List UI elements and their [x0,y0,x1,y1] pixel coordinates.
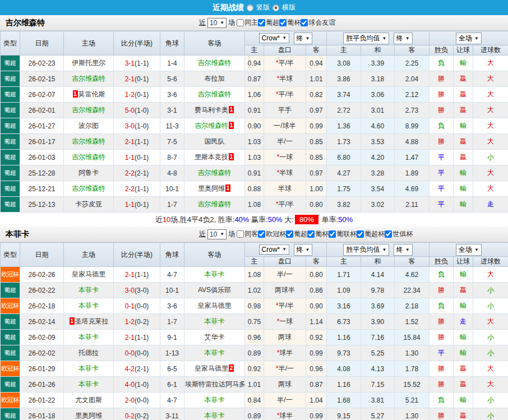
filter-checkbox-同主[interactable] [237,19,244,26]
match-type-cell: 葡超 [1,118,20,134]
layout-horizontal-radio[interactable] [273,4,279,11]
away-team-name[interactable]: 埃斯特雷拉达阿马多拉 [185,380,245,388]
home-team-name[interactable]: 阿鲁卡 [78,169,99,177]
away-team-name[interactable]: 布拉加 [205,75,225,82]
corners-cell: 1-7 [160,197,184,213]
away-team-name[interactable]: 本菲卡 [205,349,225,357]
home-team-name[interactable]: 伊斯托里尔 [72,59,105,67]
home-team-name[interactable]: 吉尔维森特 [72,137,105,145]
mean-away: 2.04 [395,71,430,87]
halftime-score: (0-1) [135,91,149,99]
home-team-name[interactable]: 吉尔维森特 [72,153,105,161]
score-cell: 2-1(0-1) [114,71,160,87]
away-team-cell: 吉尔维森特 [184,56,245,71]
result-handicap: 輸 [454,345,473,361]
mean-select[interactable]: 胜平负均值▼ [343,244,389,256]
home-team-name[interactable]: 皇家马德里 [72,270,105,278]
home-team-name[interactable]: 托德拉 [78,349,99,357]
away-team-name[interactable]: 吉尔维森特 [198,90,232,98]
odds-handicap: *平/半 [264,197,306,213]
home-team-name[interactable]: 本菲卡 [78,364,99,372]
summary-part: 场,胜4平4负2, 胜率: [170,215,234,225]
home-team-cell: 阿鲁卡 [64,165,114,181]
filter-checkbox-同客[interactable] [237,230,244,238]
final-odds-select[interactable]: 终▼ [294,244,313,256]
away-team-name[interactable]: 本菲卡 [205,317,225,325]
col-mean-home: 主 [327,45,361,56]
away-team-name[interactable]: 皇家马德里2 [195,364,234,372]
away-team-name[interactable]: 国民队 [205,137,225,145]
away-team-name[interactable]: 本菲卡 [205,412,225,419]
final-mean-select[interactable]: 终▼ [394,244,413,256]
away-team-name[interactable]: 吉尔维森特 [198,200,232,208]
recent-count-select[interactable]: 10▼ [207,229,227,239]
home-team-name[interactable]: 吉尔维森特 [72,106,105,114]
home-team-name[interactable]: 尤文图斯 [75,396,102,404]
filter-checkbox-葡杯[interactable] [279,19,287,26]
home-team-name[interactable]: 里奥阿维 [75,412,102,419]
away-team-name[interactable]: 里斯本竞技1 [195,153,234,161]
col-score: 比分(半场) [114,31,160,56]
home-team-name[interactable]: 吉尔维森特 [72,184,105,192]
away-team-name[interactable]: 艾华卡 [205,333,225,341]
home-team-cell: 本菲卡 [64,377,114,393]
corners-cell: 6-1 [160,377,184,393]
layout-vertical-radio[interactable] [247,4,253,11]
corners-cell: 6-5 [160,361,184,377]
filter-checkbox-世俱杯[interactable] [385,230,392,238]
bookmaker-select[interactable]: Crow*▼ [259,33,290,43]
recent-link[interactable]: 近 [199,18,206,27]
score-cell: 1-2(0-2) [114,314,160,330]
home-team-name[interactable]: 本菲卡 [78,302,99,310]
home-team-name[interactable]: 本菲卡 [78,380,99,388]
final-mean-select[interactable]: 终▼ [394,33,413,44]
fulltime-select[interactable]: 全场▼ [456,244,482,256]
away-team-name[interactable]: 皇家马德里 [198,302,232,310]
away-team-name[interactable]: 吉尔维森特1 [195,122,234,130]
recent-count-select[interactable]: 10▼ [207,18,227,28]
home-team-name[interactable]: 吉尔维森特 [72,75,105,82]
filter-checkbox-欧冠杯[interactable] [258,230,265,238]
away-team-name[interactable]: AVS俱乐部 [198,286,231,294]
filter-checkbox-葡超杯[interactable] [357,230,364,238]
col-odds-line: 盘口 [264,45,306,56]
away-team-name[interactable]: 本菲卡 [205,270,225,278]
away-team-name[interactable]: 里奥阿维1 [198,184,231,192]
home-team-name[interactable]: 波尔图 [78,122,99,130]
home-team-name[interactable]: 本菲卡 [78,333,99,341]
result-goals: 大 [473,165,508,181]
away-team-name[interactable]: 本菲卡 [205,396,225,404]
team-label: 吉尔维森特 [72,75,105,82]
home-team-name[interactable]: 本菲卡 [78,286,99,294]
result-goals: 大 [473,267,508,283]
final-odds-select[interactable]: 终▼ [294,33,313,44]
home-team-name[interactable]: 卡莎皮亚 [75,200,102,208]
corners-cell: 4-7 [160,267,184,283]
away-team-name[interactable]: 吉尔维森特 [198,59,232,67]
home-team-cell: 托德拉 [64,345,114,361]
home-team-cell: 皇家马德里 [64,267,114,283]
away-team-cell: 皇家马德里2 [184,361,245,377]
home-team-name[interactable]: 1莫雷伦斯 [72,90,105,98]
away-team-name[interactable]: 吉尔维森特 [198,169,232,177]
result-goals: 大 [473,361,508,377]
halftime-score: (1-0) [135,381,149,389]
chevron-down-icon: ▼ [382,247,386,252]
mean-select[interactable]: 胜平负均值▼ [343,33,389,44]
recent-link[interactable]: 近 [199,229,206,239]
team-label: 本菲卡 [205,396,225,404]
filter-checkbox-球会友谊[interactable] [301,19,308,26]
col-home: 主场 [64,243,114,267]
mean-draw: 5.27 [361,408,395,420]
home-team-name[interactable]: 1圣塔克莱拉 [69,317,109,325]
filter-checkbox-葡超[interactable] [286,230,293,238]
filter-checkbox-葡超[interactable] [258,19,265,26]
filter-checkbox-葡杯[interactable] [307,230,315,238]
col-res-wdl: 胜负 [430,45,454,56]
table-row: 葡超26-02-071莫雷伦斯1-2(0-1)3-6吉尔维森特1.06*平/半0… [1,87,508,103]
fulltime-select[interactable]: 全场▼ [456,33,482,44]
bookmaker-select[interactable]: Crow*▼ [259,244,290,255]
filter-checkbox-葡联杯[interactable] [329,230,336,238]
score-cell: 3-1(1-1) [114,56,160,71]
away-team-name[interactable]: 费马利卡奥1 [195,106,234,114]
